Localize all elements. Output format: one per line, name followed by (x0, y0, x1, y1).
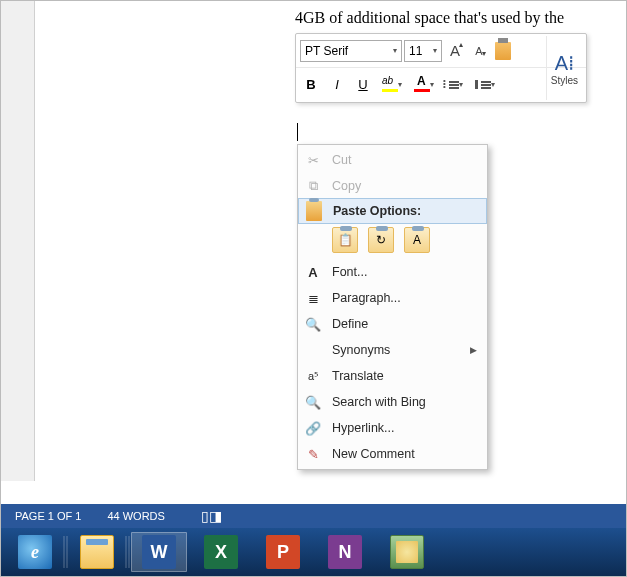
font-size-value: 11 (409, 44, 422, 58)
font-color-icon (414, 89, 430, 92)
taskbar-ie[interactable]: e (7, 532, 63, 572)
font-icon: A (304, 263, 322, 281)
highlight-icon (382, 89, 398, 92)
paragraph-icon: ≣ (304, 289, 322, 307)
menu-synonyms[interactable]: Synonyms ▶ (298, 337, 487, 363)
underline-button[interactable]: U (352, 74, 374, 96)
text-cursor (297, 123, 298, 141)
menu-copy[interactable]: ⧉ Copy (298, 173, 487, 199)
menu-label: Synonyms (332, 343, 460, 357)
paste-icon (305, 202, 323, 220)
font-size-combo[interactable]: 11 ▾ (404, 40, 442, 62)
menu-label: Cut (332, 153, 477, 167)
hyperlink-icon: 🔗 (304, 419, 322, 437)
chevron-down-icon: ▾ (393, 46, 397, 55)
cut-icon: ✂ (304, 151, 322, 169)
menu-label: Paste Options: (333, 204, 476, 218)
taskbar-powerpoint[interactable]: P (255, 532, 311, 572)
menu-search-bing[interactable]: 🔍 Search with Bing (298, 389, 487, 415)
left-margin (1, 1, 35, 481)
bold-icon: B (306, 77, 315, 92)
menu-label: Hyperlink... (332, 421, 477, 435)
font-name-combo[interactable]: PT Serif ▾ (300, 40, 402, 62)
onenote-icon: N (328, 535, 362, 569)
underline-icon: U (358, 77, 367, 92)
menu-label: New Comment (332, 447, 477, 461)
menu-cut[interactable]: ✂ Cut (298, 147, 487, 173)
format-painter-icon (495, 42, 511, 60)
paste-keep-source-button[interactable]: 📋 (332, 227, 358, 253)
page-indicator[interactable]: PAGE 1 OF 1 (15, 510, 81, 522)
styles-icon: A⁞ (555, 51, 574, 75)
bullets-button[interactable]: ▾ (442, 74, 470, 96)
highlight-button[interactable]: ▾ (378, 74, 406, 96)
copy-icon: ⧉ (304, 177, 322, 195)
paste-options-row: 📋 ↻ A (298, 223, 487, 259)
ie-icon: e (18, 535, 52, 569)
italic-icon: I (335, 77, 339, 92)
grow-font-icon: A (450, 42, 460, 59)
status-bar: PAGE 1 OF 1 44 WORDS ▯◨ (1, 504, 626, 528)
numbering-icon (481, 81, 491, 89)
chevron-right-icon: ▶ (470, 345, 477, 355)
menu-label: Paragraph... (332, 291, 477, 305)
format-painter-button[interactable] (492, 40, 514, 62)
powerpoint-icon: P (266, 535, 300, 569)
document-text[interactable]: 4GB of additional space that's used by t… (295, 9, 564, 27)
bold-button[interactable]: B (300, 74, 322, 96)
chevron-down-icon: ▾ (491, 80, 495, 89)
font-name-value: PT Serif (305, 44, 348, 58)
shrink-font-button[interactable]: A (468, 40, 490, 62)
menu-label: Font... (332, 265, 477, 279)
word-count[interactable]: 44 WORDS (107, 510, 164, 522)
search-icon: 🔍 (304, 393, 322, 411)
italic-button[interactable]: I (326, 74, 348, 96)
menu-label: Define (332, 317, 477, 331)
define-icon: 🔍 (304, 315, 322, 333)
menu-label: Search with Bing (332, 395, 477, 409)
numbering-button[interactable]: ▾ (474, 74, 502, 96)
photos-icon (390, 535, 424, 569)
menu-label: Copy (332, 179, 477, 193)
grow-font-button[interactable]: A (444, 40, 466, 62)
comment-icon: ✎ (304, 445, 322, 463)
taskbar-word[interactable]: W (131, 532, 187, 572)
paste-text-only-button[interactable]: A (404, 227, 430, 253)
synonyms-icon (304, 341, 322, 359)
chevron-down-icon: ▾ (398, 80, 402, 89)
menu-label: Translate (332, 369, 477, 383)
reading-mode-icon[interactable]: ▯◨ (201, 508, 222, 524)
paste-merge-button[interactable]: ↻ (368, 227, 394, 253)
chevron-down-icon: ▾ (459, 80, 463, 89)
font-color-button[interactable]: ▾ (410, 74, 438, 96)
shrink-font-icon: A (475, 45, 482, 57)
menu-paragraph[interactable]: ≣ Paragraph... (298, 285, 487, 311)
menu-font[interactable]: A Font... (298, 259, 487, 285)
menu-paste-options[interactable]: Paste Options: (298, 198, 487, 224)
chevron-down-icon: ▾ (433, 46, 437, 55)
menu-translate[interactable]: a⁵ Translate (298, 363, 487, 389)
menu-new-comment[interactable]: ✎ New Comment (298, 441, 487, 467)
excel-icon: X (204, 535, 238, 569)
styles-button[interactable]: A⁞ Styles (546, 36, 582, 100)
mini-toolbar: PT Serif ▾ 11 ▾ A A B I U ▾ ▾ ▾ ▾ A⁞ Sty… (295, 33, 587, 103)
context-menu: ✂ Cut ⧉ Copy Paste Options: 📋 ↻ A A Font… (297, 144, 488, 470)
taskbar: e W X P N (1, 528, 626, 576)
taskbar-photos[interactable] (379, 532, 435, 572)
word-icon: W (142, 535, 176, 569)
translate-icon: a⁵ (304, 367, 322, 385)
styles-label: Styles (551, 75, 578, 86)
chevron-down-icon: ▾ (430, 80, 434, 89)
menu-define[interactable]: 🔍 Define (298, 311, 487, 337)
taskbar-excel[interactable]: X (193, 532, 249, 572)
menu-hyperlink[interactable]: 🔗 Hyperlink... (298, 415, 487, 441)
taskbar-explorer[interactable] (69, 532, 125, 572)
folder-icon (80, 535, 114, 569)
taskbar-onenote[interactable]: N (317, 532, 373, 572)
bullets-icon (449, 81, 459, 89)
